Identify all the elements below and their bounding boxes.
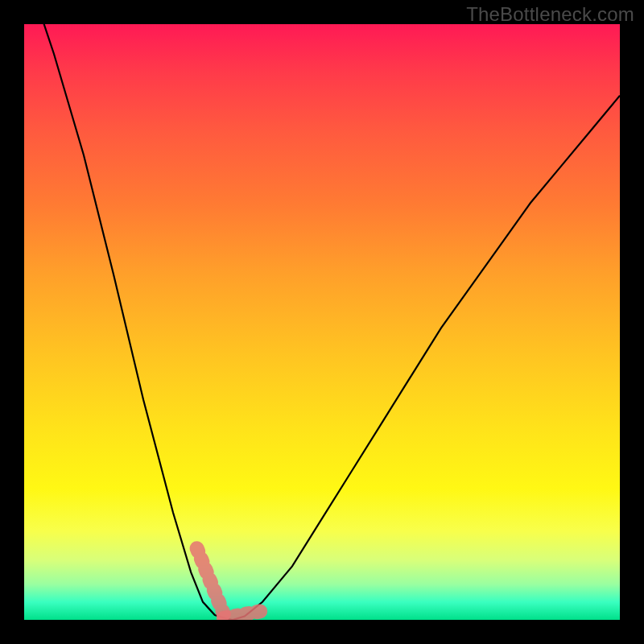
curve-layer: [24, 24, 620, 620]
left-curve: [24, 24, 233, 620]
plot-area: [24, 24, 620, 620]
chart-frame: TheBottleneck.com: [0, 0, 644, 644]
right-curve: [233, 96, 620, 620]
highlight-flat-icon: [224, 611, 262, 618]
highlight-left-icon: [197, 548, 224, 613]
watermark-text: TheBottleneck.com: [466, 3, 634, 26]
